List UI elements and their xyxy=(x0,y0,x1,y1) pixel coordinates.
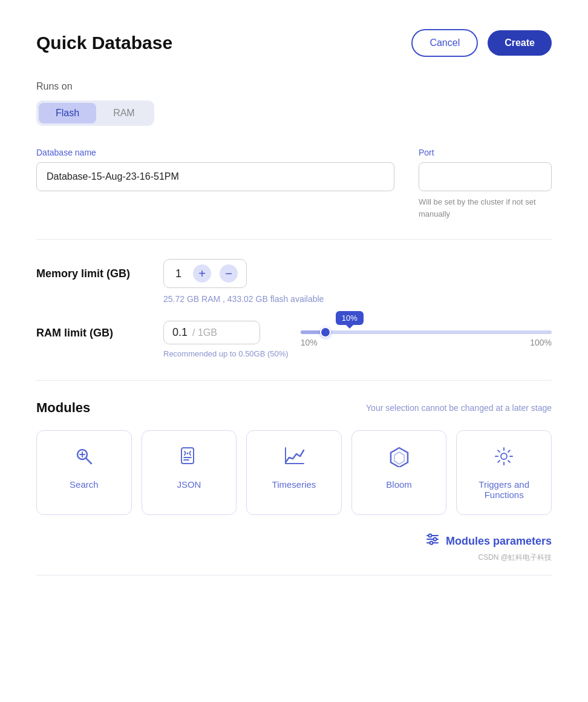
timeseries-module-name: Timeseries xyxy=(272,479,316,490)
bloom-module-name: Bloom xyxy=(386,479,412,490)
modules-notice: Your selection cannot be changed at a la… xyxy=(366,403,552,413)
modules-params-label: Modules parameters xyxy=(446,535,552,548)
port-hint: Will be set by the cluster if not set ma… xyxy=(419,196,552,220)
port-group: Port Will be set by the cluster if not s… xyxy=(419,148,552,220)
create-button[interactable]: Create xyxy=(488,30,552,56)
module-card-bloom[interactable]: Bloom xyxy=(351,430,447,515)
search-module-icon xyxy=(73,445,95,472)
memory-limit-row: Memory limit (GB) 1 + − xyxy=(36,259,552,288)
memory-value: 1 xyxy=(172,267,185,280)
memory-availability: 25.72 GB RAM , 433.02 GB flash available xyxy=(163,294,552,304)
ram-input-group: 0.1 / 1GB Recommended up to 0.50GB (50%) xyxy=(163,321,289,358)
triggers-module-icon xyxy=(493,445,515,472)
ram-hint: Recommended up to 0.50GB (50%) xyxy=(163,349,289,358)
slider-min-label: 10% xyxy=(301,338,318,347)
memory-limit-label: Memory limit (GB) xyxy=(36,267,151,280)
svg-point-16 xyxy=(428,534,431,537)
svg-point-18 xyxy=(430,542,433,545)
database-name-input[interactable] xyxy=(36,162,394,191)
memory-decrement-button[interactable]: − xyxy=(220,264,238,283)
database-port-row: Database name Port Will be set by the cl… xyxy=(36,148,552,220)
svg-marker-11 xyxy=(394,452,404,464)
port-label: Port xyxy=(419,148,552,157)
json-module-icon xyxy=(178,445,200,472)
triggers-module-name: Triggers and Functions xyxy=(469,479,539,500)
module-card-search[interactable]: Search xyxy=(36,430,132,515)
slider-labels: 10% 100% xyxy=(301,338,552,347)
bloom-module-icon xyxy=(388,445,410,472)
modules-header: Modules Your selection cannot be changed… xyxy=(36,400,552,416)
page-title: Quick Database xyxy=(36,33,172,53)
module-card-triggers[interactable]: Triggers and Functions xyxy=(456,430,552,515)
flash-toggle-button[interactable]: Flash xyxy=(39,103,96,123)
port-input[interactable] xyxy=(419,162,552,191)
svg-line-1 xyxy=(86,458,91,464)
ram-limit-label: RAM limit (GB) xyxy=(36,321,151,340)
divider-1 xyxy=(36,239,552,240)
svg-point-17 xyxy=(433,538,436,541)
memory-increment-button[interactable]: + xyxy=(193,264,211,283)
divider-2 xyxy=(36,380,552,381)
header-buttons: Cancel Create xyxy=(411,29,552,57)
slider-max-label: 100% xyxy=(530,338,552,347)
page-header: Quick Database Cancel Create xyxy=(36,29,552,57)
ram-input-box: 0.1 / 1GB xyxy=(163,321,260,344)
runs-on-toggle: Flash RAM xyxy=(36,100,154,126)
modules-grid: Search JSON xyxy=(36,430,552,515)
search-module-name: Search xyxy=(70,479,99,490)
modules-params[interactable]: Modules parameters xyxy=(36,532,552,550)
timeseries-module-icon xyxy=(283,445,305,472)
runs-on-label: Runs on xyxy=(36,81,552,92)
slider-track xyxy=(301,330,552,334)
ram-limit-row: RAM limit (GB) 0.1 / 1GB Recommended up … xyxy=(36,321,552,361)
runs-on-section: Runs on Flash RAM xyxy=(36,81,552,126)
watermark: CSDN @虹科电子科技 xyxy=(36,553,552,563)
slider-tooltip: 10% xyxy=(336,311,364,325)
modules-title: Modules xyxy=(36,400,90,416)
module-card-json[interactable]: JSON xyxy=(142,430,237,515)
json-module-name: JSON xyxy=(177,479,201,490)
svg-rect-4 xyxy=(181,448,194,464)
cancel-button[interactable]: Cancel xyxy=(411,29,478,57)
ram-value: 0.1 xyxy=(172,326,188,339)
memory-control: 1 + − xyxy=(163,259,247,288)
params-icon xyxy=(425,532,440,550)
ram-toggle-button[interactable]: RAM xyxy=(96,103,152,123)
module-card-timeseries[interactable]: Timeseries xyxy=(246,430,342,515)
ram-max: / 1GB xyxy=(192,327,217,338)
database-name-group: Database name xyxy=(36,148,394,191)
bottom-divider xyxy=(36,575,552,576)
slider-thumb[interactable] xyxy=(320,327,331,338)
ram-slider-section: 10% 10% 100% xyxy=(301,321,552,361)
database-name-label: Database name xyxy=(36,148,394,157)
svg-point-5 xyxy=(187,453,189,454)
svg-point-12 xyxy=(501,453,507,459)
